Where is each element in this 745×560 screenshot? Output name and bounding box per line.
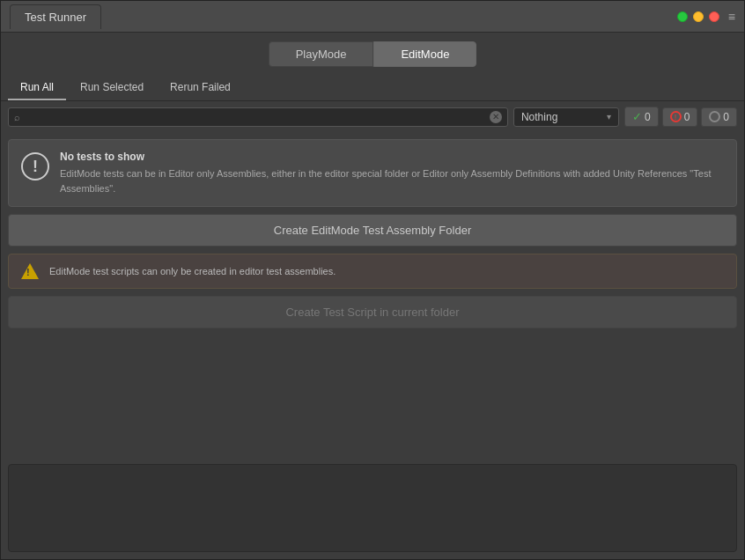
- tab-editmode[interactable]: EditMode: [373, 41, 476, 67]
- title-bar: Test Runner ≡: [1, 1, 744, 33]
- info-box: EditMode test scripts can only be create…: [8, 254, 737, 289]
- window-title: Test Runner: [10, 4, 101, 29]
- chevron-down-icon: ▾: [607, 112, 611, 122]
- filter-bar: ⌕ ✕ Nothing ▾ ✓ 0 ! 0 0: [1, 101, 744, 132]
- failed-count-badge[interactable]: ! 0: [662, 107, 698, 127]
- dropdown-value: Nothing: [521, 111, 603, 123]
- filter-dropdown[interactable]: Nothing ▾: [513, 107, 619, 127]
- search-icon: ⌕: [14, 112, 20, 122]
- close-button[interactable]: [709, 11, 719, 22]
- skipped-count-badge[interactable]: 0: [701, 107, 737, 127]
- create-test-script-button[interactable]: Create Test Script in current folder: [8, 296, 737, 328]
- no-tests-box: ! No tests to show EditMode tests can be…: [8, 139, 737, 207]
- menu-icon[interactable]: ≡: [728, 10, 735, 24]
- spacer: [8, 335, 737, 457]
- tab-rerun-failed[interactable]: Rerun Failed: [158, 76, 243, 100]
- no-tests-title: No tests to show: [60, 151, 724, 163]
- action-tabs: Run All Run Selected Rerun Failed: [1, 72, 744, 101]
- maximize-button[interactable]: [677, 11, 688, 22]
- tab-run-all[interactable]: Run All: [8, 76, 66, 100]
- no-tests-text: No tests to show EditMode tests can be i…: [60, 151, 724, 195]
- failed-icon: !: [670, 111, 682, 122]
- warning-triangle-icon: [21, 263, 39, 279]
- main-content: ! No tests to show EditMode tests can be…: [1, 132, 744, 464]
- search-container: ⌕ ✕: [8, 107, 508, 127]
- mode-tabs: PlayMode EditMode: [1, 33, 744, 72]
- tab-run-selected[interactable]: Run Selected: [68, 76, 156, 100]
- info-text: EditMode test scripts can only be create…: [49, 266, 336, 276]
- passed-count-badge[interactable]: ✓ 0: [624, 107, 659, 127]
- clear-search-button[interactable]: ✕: [490, 111, 502, 123]
- skipped-count: 0: [723, 111, 729, 123]
- failed-count: 0: [684, 111, 690, 123]
- minimize-button[interactable]: [693, 11, 704, 22]
- passed-count: 0: [645, 111, 651, 123]
- checkmark-icon: ✓: [632, 110, 642, 123]
- status-counts: ✓ 0 ! 0 0: [624, 107, 737, 127]
- window-controls: ≡: [677, 10, 735, 24]
- skipped-icon: [709, 111, 720, 122]
- tab-playmode[interactable]: PlayMode: [269, 41, 374, 67]
- search-input[interactable]: [24, 111, 486, 123]
- create-assembly-folder-button[interactable]: Create EditMode Test Assembly Folder: [8, 214, 737, 247]
- main-window: Test Runner ≡ PlayMode EditMode Run All …: [0, 0, 745, 560]
- info-circle-icon: !: [21, 152, 49, 181]
- no-tests-body: EditMode tests can be in Editor only Ass…: [60, 166, 724, 195]
- bottom-panel: [8, 464, 737, 552]
- exclamation-icon: !: [33, 158, 38, 176]
